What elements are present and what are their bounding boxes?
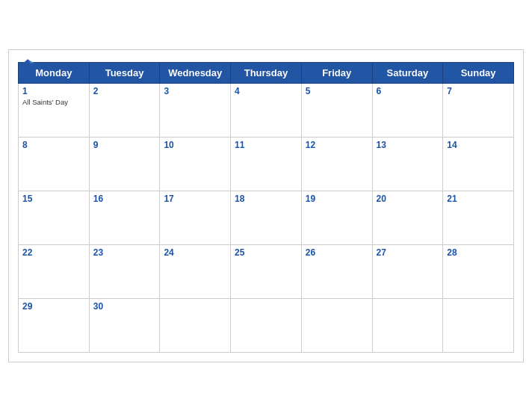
day-number: 5 (306, 86, 368, 96)
calendar-cell: 20 (372, 191, 443, 244)
calendar-body: 1All Saints' Day234567891011121314151617… (19, 83, 514, 352)
weekday-header-row: MondayTuesdayWednesdayThursdayFridaySatu… (19, 62, 514, 83)
day-number: 15 (22, 194, 85, 204)
calendar-cell: 13 (372, 137, 443, 191)
day-number: 30 (93, 301, 156, 312)
svg-marker-0 (21, 59, 34, 72)
calendar-cell (231, 298, 302, 352)
week-row-4: 22232425262728 (19, 244, 514, 298)
day-number: 4 (235, 86, 297, 96)
calendar-cell (160, 298, 231, 352)
calendar-cell: 18 (231, 191, 302, 244)
calendar-cell (443, 298, 514, 352)
weekday-header-tuesday: Tuesday (89, 62, 160, 83)
calendar-cell: 17 (160, 191, 231, 244)
calendar-cell: 12 (301, 137, 372, 191)
calendar-cell: 14 (443, 137, 514, 191)
day-number: 6 (377, 86, 439, 96)
day-number: 23 (93, 247, 156, 258)
weekday-header-wednesday: Wednesday (160, 62, 231, 83)
calendar-cell: 3 (160, 83, 231, 137)
calendar-cell: 5 (301, 83, 372, 137)
calendar-cell: 21 (443, 191, 514, 244)
calendar-cell: 29 (19, 298, 90, 352)
calendar-cell: 9 (89, 137, 160, 191)
calendar-cell: 27 (372, 244, 443, 298)
calendar-cell: 30 (89, 298, 160, 352)
calendar-thead: MondayTuesdayWednesdayThursdayFridaySatu… (19, 62, 514, 83)
calendar-cell: 22 (19, 244, 90, 298)
logo (18, 58, 40, 77)
day-number: 12 (306, 140, 368, 150)
calendar-table: MondayTuesdayWednesdayThursdayFridaySatu… (18, 62, 514, 353)
calendar-cell: 6 (372, 83, 443, 137)
calendar-cell (301, 298, 372, 352)
day-number: 28 (447, 247, 510, 258)
holiday-label: All Saints' Day (22, 98, 85, 106)
day-number: 22 (22, 247, 85, 258)
day-number: 16 (93, 194, 156, 204)
calendar-container: MondayTuesdayWednesdayThursdayFridaySatu… (8, 49, 524, 362)
calendar-cell: 11 (231, 137, 302, 191)
calendar-cell (372, 298, 443, 352)
logo-area (18, 58, 40, 77)
day-number: 18 (235, 194, 297, 204)
calendar-cell: 16 (89, 191, 160, 244)
calendar-cell: 2 (89, 83, 160, 137)
day-number: 29 (22, 301, 85, 312)
calendar-cell: 4 (231, 83, 302, 137)
calendar-cell: 8 (19, 137, 90, 191)
day-number: 27 (377, 247, 439, 258)
calendar-cell: 10 (160, 137, 231, 191)
calendar-cell: 26 (301, 244, 372, 298)
week-row-5: 2930 (19, 298, 514, 352)
week-row-1: 1All Saints' Day234567 (19, 83, 514, 137)
calendar-cell: 25 (231, 244, 302, 298)
calendar-cell: 28 (443, 244, 514, 298)
day-number: 9 (93, 140, 156, 150)
calendar-cell: 24 (160, 244, 231, 298)
logo-bird-icon (19, 58, 36, 74)
day-number: 17 (164, 194, 226, 204)
day-number: 14 (447, 140, 510, 150)
day-number: 3 (164, 86, 226, 96)
calendar-cell: 19 (301, 191, 372, 244)
day-number: 13 (377, 140, 439, 150)
day-number: 8 (22, 140, 85, 150)
day-number: 21 (447, 194, 510, 204)
day-number: 25 (235, 247, 297, 258)
calendar-cell: 1All Saints' Day (19, 83, 90, 137)
day-number: 2 (93, 86, 156, 96)
day-number: 10 (164, 140, 226, 150)
calendar-cell: 7 (443, 83, 514, 137)
weekday-header-saturday: Saturday (372, 62, 443, 83)
day-number: 7 (447, 86, 510, 96)
week-row-2: 891011121314 (19, 137, 514, 191)
calendar-cell: 15 (19, 191, 90, 244)
day-number: 11 (235, 140, 297, 150)
weekday-header-thursday: Thursday (231, 62, 302, 83)
day-number: 20 (377, 194, 439, 204)
day-number: 26 (306, 247, 368, 258)
week-row-3: 15161718192021 (19, 191, 514, 244)
day-number: 1 (22, 86, 85, 96)
calendar-cell: 23 (89, 244, 160, 298)
day-number: 19 (306, 194, 368, 204)
day-number: 24 (164, 247, 226, 258)
weekday-header-friday: Friday (301, 62, 372, 83)
weekday-header-sunday: Sunday (443, 62, 514, 83)
